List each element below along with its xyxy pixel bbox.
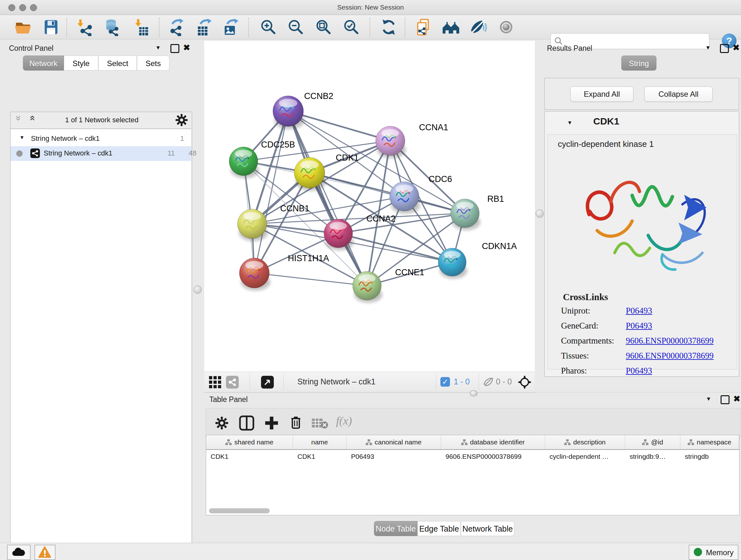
column-header-namespace[interactable]: namespace [680,435,739,449]
network-node-CDKN1A[interactable]: CDKN1A [438,241,517,278]
delete-column-icon[interactable] [288,415,304,430]
results-panel-close-icon[interactable]: ✖ [733,43,740,53]
tree-expander-icon[interactable]: ▼ [19,135,24,140]
delete-table-icon[interactable] [311,417,329,429]
left-splitter-handle[interactable] [193,286,202,294]
crosshair-icon[interactable] [518,375,532,389]
protein-structure-image [567,157,723,282]
crosslink-link[interactable]: P06493 [626,306,652,316]
gene-description: cyclin-dependent kinase 1 [558,139,654,149]
gene-detail-box: cyclin-dependent kinase 1 CrossLinks Uni… [547,134,737,369]
table-cell[interactable]: P06493 [347,450,441,463]
copy-documents-icon[interactable] [415,18,433,36]
table-panel-menu-icon[interactable]: ▼ [706,396,711,402]
table-cell[interactable]: CDK1 [206,450,293,463]
tab-edge-table[interactable]: Edge Table [417,521,461,536]
network-graph: CCNB2CCNA1CDC25BCDK1CDC6RB1CCNB1CCNA2CDK… [204,41,535,372]
memory-button[interactable]: Memory [689,545,738,560]
zoom-selected-icon[interactable] [342,18,360,36]
tab-network-table[interactable]: Network Table [461,521,515,536]
expand-all-icon[interactable]: » [26,116,37,121]
export-image-icon[interactable] [222,18,240,36]
crosslink-link[interactable]: 9606.ENSP00000378699 [626,351,714,361]
birds-eye-view-icon[interactable] [261,376,274,388]
table-settings-gear-icon[interactable] [215,416,229,430]
selected-counts: 1 - 0 [454,377,470,386]
save-session-icon[interactable] [42,18,60,36]
node-label: CCNE1 [395,267,424,277]
column-header-database-identifier[interactable]: database identifier [441,435,545,449]
table-panel-title: Table Panel [209,395,248,404]
eye-sphere-icon[interactable] [497,18,515,36]
tab-string[interactable]: String [621,56,657,71]
crosslink-link[interactable]: P06493 [626,321,652,331]
column-header-name[interactable]: name [293,435,347,449]
import-table-icon[interactable] [133,18,151,36]
zoom-in-icon[interactable] [259,18,277,36]
zoom-fit-icon[interactable] [314,18,332,36]
refresh-layout-icon[interactable] [380,18,398,36]
horizontal-scrollbar-thumb[interactable] [209,508,270,513]
tab-network[interactable]: Network [23,56,64,71]
table-cell[interactable]: 9606.ENSP00000378699 [441,450,545,463]
zoom-out-icon[interactable] [286,18,305,36]
network-edge-CCNB2-HIST1H1A[interactable] [254,111,288,273]
table-row[interactable]: CDK1CDK1P064939606.ENSP00000378699cyclin… [206,450,739,463]
node-label: CCNA1 [419,123,448,132]
warning-button[interactable] [35,545,56,560]
results-panel-float-icon[interactable] [720,44,729,53]
column-header-@id[interactable]: @id [625,435,680,449]
crosslink-link[interactable]: P06493 [626,366,652,376]
network-node-CCNA1[interactable]: CCNA1 [376,123,448,158]
tab-node-table[interactable]: Node Table [374,521,417,536]
table-cell[interactable]: stringdb:9… [625,450,680,463]
network-options-gear-icon[interactable] [175,113,188,127]
network-tree-child-row[interactable]: String Network – cdk1 11 48 [10,146,191,161]
selected-checkbox-icon[interactable]: ✓ [441,377,450,387]
network-edge-CCNB2-CCNA1[interactable] [288,111,390,141]
network-node-CCNB2[interactable]: CCNB2 [273,91,333,129]
tab-select[interactable]: Select [98,56,137,71]
column-header-shared-name[interactable]: shared name [206,435,293,449]
crosslink-link[interactable]: 9606.ENSP00000378699 [626,336,714,346]
network-tree-root-row[interactable]: ▼ String Network – cdk1 1 [10,132,191,146]
add-column-icon[interactable] [264,415,279,431]
gene-expander-icon[interactable]: ▼ [567,120,572,126]
function-builder-icon[interactable]: f(x) [336,414,352,428]
column-header-description[interactable]: description [545,435,625,449]
control-panel-menu-icon[interactable]: ▼ [155,45,161,51]
table-cell[interactable]: cyclin-dependent … [545,450,625,463]
hidden-eye-icon[interactable] [482,376,494,388]
table-cell[interactable]: CDK1 [293,450,347,463]
hide-eye-waves-icon[interactable] [469,18,487,36]
crosslinks-title: CrossLinks [563,292,608,302]
network-node-CDK1[interactable]: CDK1 [294,153,359,191]
table-panel-close-icon[interactable]: ✖ [733,394,740,404]
table-panel-float-icon[interactable] [721,395,730,404]
open-session-icon[interactable] [14,18,32,36]
network-node-RB1[interactable]: RB1 [451,194,504,230]
grid-view-icon[interactable] [209,376,221,388]
export-network-icon[interactable] [169,18,186,36]
import-network-database-icon[interactable] [103,18,121,36]
table-toolbar: f(x) [205,408,740,438]
table-cell[interactable]: stringdb [680,450,739,463]
column-header-canonical-name[interactable]: canonical name [347,435,441,449]
network-canvas[interactable]: CCNB2CCNA1CDC25BCDK1CDC6RB1CCNB1CCNA2CDK… [204,41,535,372]
control-panel-float-icon[interactable] [171,44,179,53]
results-panel-menu-icon[interactable]: ▼ [705,45,711,51]
network-node-CCNE1[interactable]: CCNE1 [353,267,424,303]
tab-style[interactable]: Style [64,56,98,71]
homes-icon[interactable] [442,18,460,36]
tab-sets[interactable]: Sets [137,56,170,71]
show-columns-icon[interactable] [239,415,254,431]
control-panel-close-icon[interactable]: ✖ [183,43,190,53]
export-table-icon[interactable] [195,18,213,36]
collapse-all-icon[interactable]: » [13,116,24,121]
collapse-all-button[interactable]: Collapse All [644,86,713,102]
cloud-button[interactable] [7,545,30,560]
import-network-file-icon[interactable] [76,18,94,36]
expand-all-button[interactable]: Expand All [570,86,633,102]
network-edge-HIST1H1A-CCNE1[interactable] [254,273,367,286]
network-share-view-icon[interactable] [226,376,239,388]
